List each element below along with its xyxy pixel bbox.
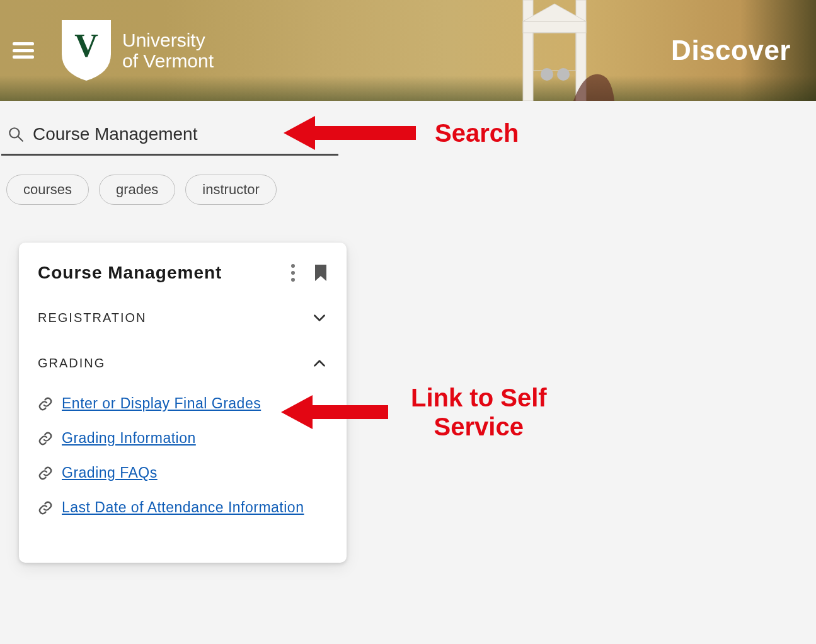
- svg-rect-3: [533, 33, 576, 71]
- svg-point-5: [557, 68, 570, 81]
- svg-text:V: V: [74, 28, 98, 64]
- link-row-grading-info: Grading Information: [38, 421, 328, 456]
- link-grading-faqs[interactable]: Grading FAQs: [62, 464, 158, 481]
- link-grading-information[interactable]: Grading Information: [62, 430, 196, 447]
- banner-tower-decoration: [485, 0, 624, 101]
- annotation-self-service-line1: Link to Self: [411, 383, 547, 412]
- filter-chip-instructor[interactable]: instructor: [185, 175, 276, 205]
- annotation-self-service-line2: Service: [411, 412, 547, 441]
- brand[interactable]: V University of Vermont: [59, 19, 214, 82]
- hamburger-menu-icon[interactable]: [13, 42, 34, 59]
- section-grading-toggle[interactable]: GRADING: [38, 337, 328, 382]
- link-icon: [38, 466, 53, 481]
- course-management-card: Course Management REGISTRATION GRADING: [19, 243, 347, 563]
- chevron-up-icon: [311, 355, 328, 371]
- svg-point-4: [541, 68, 553, 81]
- grading-links: Enter or Display Final Grades Grading In…: [38, 382, 328, 525]
- section-grading-title: GRADING: [38, 356, 105, 371]
- link-last-date-attendance[interactable]: Last Date of Attendance Information: [62, 499, 304, 516]
- search-row: [0, 101, 816, 156]
- uvm-shield-logo-icon: V: [59, 19, 113, 82]
- svg-rect-2: [523, 21, 586, 33]
- section-registration-title: REGISTRATION: [38, 311, 147, 325]
- link-row-grading-faqs: Grading FAQs: [38, 456, 328, 490]
- svg-line-8: [18, 136, 22, 141]
- link-row-enter-grades: Enter or Display Final Grades: [38, 386, 328, 421]
- section-registration-toggle[interactable]: REGISTRATION: [38, 298, 328, 337]
- bookmark-icon[interactable]: [314, 264, 328, 282]
- search-input[interactable]: [32, 124, 332, 145]
- filter-chip-courses[interactable]: courses: [6, 175, 89, 205]
- card-header: Course Management: [38, 262, 328, 284]
- chevron-down-icon: [311, 309, 328, 326]
- filter-chip-row: courses grades instructor: [0, 156, 816, 205]
- header-banner: V University of Vermont Discover: [0, 0, 816, 101]
- link-icon: [38, 500, 53, 515]
- brand-line1: University: [122, 30, 214, 50]
- svg-rect-1: [576, 0, 586, 101]
- discover-heading: Discover: [671, 35, 791, 66]
- link-icon: [38, 431, 53, 446]
- card-more-icon[interactable]: [289, 262, 297, 284]
- annotation-self-service-label: Link to Self Service: [411, 383, 547, 441]
- search-icon: [8, 126, 24, 142]
- link-row-last-date-attendance: Last Date of Attendance Information: [38, 490, 328, 525]
- brand-text: University of Vermont: [122, 30, 214, 71]
- filter-chip-grades[interactable]: grades: [99, 175, 175, 205]
- card-title: Course Management: [38, 263, 222, 283]
- link-enter-final-grades[interactable]: Enter or Display Final Grades: [62, 395, 261, 412]
- link-icon: [38, 396, 53, 411]
- brand-line2: of Vermont: [122, 50, 214, 71]
- svg-rect-0: [523, 0, 533, 101]
- search-field-wrap[interactable]: [1, 116, 338, 156]
